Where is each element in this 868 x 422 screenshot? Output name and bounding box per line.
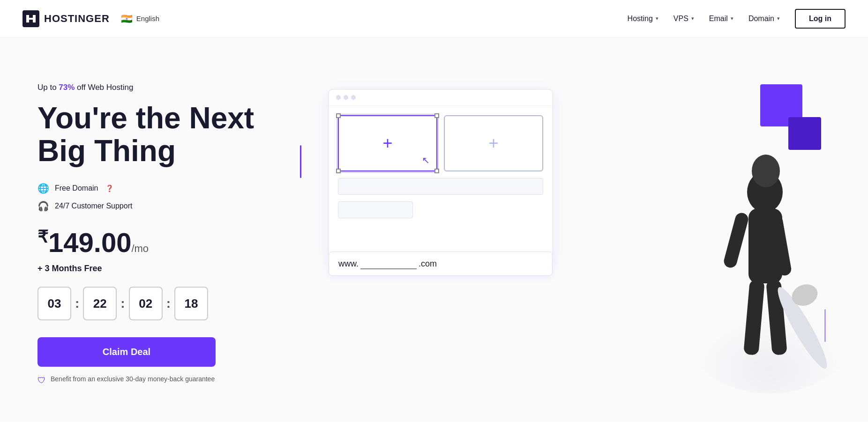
browser-field-2 [338,201,413,218]
handle-br [434,169,439,173]
countdown-minutes: 22 [83,287,117,320]
domain-bar: www. .com [329,252,553,276]
person-image [676,126,845,398]
currency-symbol: ₹ [37,227,48,246]
lang-label: English [136,15,159,22]
logo-link[interactable]: HOSTINGER [22,10,110,27]
countdown-frames: 18 [174,287,208,320]
browser-dot-1 [336,95,341,100]
headset-icon: 🎧 [37,200,49,212]
countdown-sep-3: : [166,296,171,311]
globe-icon: 🌐 [37,183,49,194]
hero-left: Up to 73% off Web Hosting You're the Nex… [37,83,291,385]
browser-content: + ↖ + [329,106,553,228]
accent-line-right [824,309,826,342]
feature-domain-label: Free Domain [55,184,98,192]
feature-free-domain: 🌐 Free Domain ❓ [37,183,291,194]
chevron-down-icon: ▾ [691,15,694,22]
free-months-label: + 3 Months Free [37,264,291,274]
handle-tl [336,113,341,118]
accent-line-left [300,145,301,178]
cursor-icon: ↖ [422,155,430,166]
hero-illustration: + ↖ + www. .com [291,70,831,398]
nav-left: HOSTINGER 🇮🇳 English [22,10,159,27]
plus-icon-2: + [488,133,498,153]
browser-mockup: + ↖ + www. .com [328,89,553,258]
hero-title: You're the Next Big Thing [37,102,291,168]
nav-vps[interactable]: VPS ▾ [673,15,694,23]
browser-dots [329,89,553,106]
countdown-hours: 03 [37,287,71,320]
deal-percent: 73% [59,83,75,92]
logo-icon [22,10,39,27]
nav-right: Hosting ▾ VPS ▾ Email ▾ Domain ▾ Log in [628,9,846,29]
person-svg [676,126,845,398]
browser-dot-2 [344,95,348,100]
feature-support-label: 24/7 Customer Support [55,202,132,210]
navbar: HOSTINGER 🇮🇳 English Hosting ▾ VPS ▾ Ema… [0,0,868,37]
domain-www: www. [338,259,359,269]
browser-card-plain: + [444,115,543,171]
shield-icon: 🛡 [37,376,46,385]
claim-deal-button[interactable]: Claim Deal [37,337,216,367]
countdown-sep-1: : [75,296,79,311]
browser-dot-3 [351,95,356,100]
chevron-down-icon: ▾ [656,15,658,22]
nav-email[interactable]: Email ▾ [709,15,733,23]
countdown-seconds: 02 [129,287,163,320]
svg-rect-5 [722,211,749,269]
countdown-timer: 03 : 22 : 02 : 18 [37,287,291,320]
svg-point-3 [752,155,780,187]
nav-domain[interactable]: Domain ▾ [748,15,780,23]
browser-card-row: + ↖ + [338,115,543,171]
flag-icon: 🇮🇳 [121,13,133,24]
svg-point-1 [685,272,845,393]
domain-dotcom: .com [419,259,437,269]
deal-tag: Up to 73% off Web Hosting [37,83,291,92]
browser-card-selected: + ↖ [338,115,437,171]
purple-square-2 [788,117,821,150]
hero-section: Up to 73% off Web Hosting You're the Nex… [0,37,868,422]
guarantee-text: Benefit from an exclusive 30-day money-b… [51,375,215,383]
price-display: ₹149.00/mo [37,227,149,258]
login-button[interactable]: Log in [795,9,846,29]
help-icon[interactable]: ❓ [105,185,113,192]
nav-hosting[interactable]: Hosting ▾ [628,15,658,23]
handle-tr [434,113,439,118]
guarantee-note: 🛡 Benefit from an exclusive 30-day money… [37,375,216,385]
browser-field-1 [338,178,543,195]
price-value: 149.00 [48,227,131,258]
chevron-down-icon: ▾ [731,15,733,22]
language-selector[interactable]: 🇮🇳 English [121,13,159,24]
price-block: ₹149.00/mo [37,229,291,256]
feature-support: 🎧 24/7 Customer Support [37,200,291,212]
handle-bl [336,169,341,173]
logo-text: HOSTINGER [44,13,110,25]
domain-underline [360,259,417,269]
chevron-down-icon: ▾ [777,15,780,22]
countdown-sep-2: : [120,296,125,311]
per-month-label: /mo [131,243,149,254]
features-list: 🌐 Free Domain ❓ 🎧 24/7 Customer Support [37,183,291,212]
